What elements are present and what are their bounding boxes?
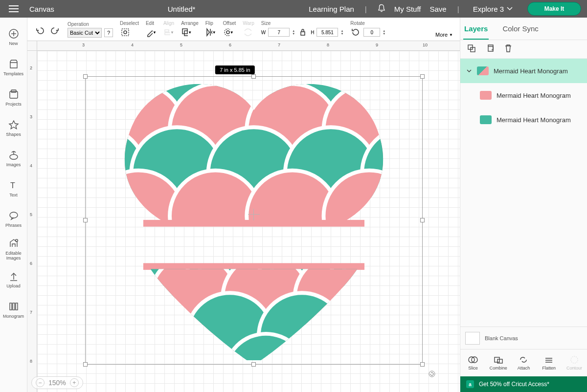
svg-rect-18: [122, 29, 129, 36]
layer-swatch: [480, 91, 492, 100]
width-input[interactable]: [268, 28, 290, 37]
rail-label: Images: [6, 162, 21, 167]
blank-canvas-label: Blank Canvas: [485, 335, 518, 341]
svg-point-56: [429, 371, 435, 377]
rail-text[interactable]: T Text: [0, 174, 27, 203]
offset-button[interactable]: ▼: [223, 27, 234, 38]
dimension-badge: 7 in x 5.85 in: [215, 65, 254, 74]
delete-icon[interactable]: [504, 44, 512, 55]
lock-aspect-icon[interactable]: [297, 27, 308, 38]
rail-upload[interactable]: Upload: [0, 265, 27, 294]
left-tool-rail: New Templates Projects Shapes Images T T…: [0, 18, 27, 392]
rail-shapes[interactable]: Shapes: [0, 113, 27, 143]
rail-monogram[interactable]: Monogram: [0, 295, 27, 325]
resize-handle[interactable]: [420, 74, 425, 79]
svg-rect-16: [13, 303, 15, 310]
height-input[interactable]: [316, 28, 338, 37]
svg-point-42: [86, 171, 107, 262]
operation-select[interactable]: Basic Cut: [68, 28, 102, 38]
resize-handle[interactable]: [83, 362, 88, 367]
rail-phrases[interactable]: Phrases: [0, 204, 27, 234]
more-button[interactable]: More▼: [435, 32, 453, 38]
rail-editable-images[interactable]: Editable Images: [0, 235, 27, 264]
svg-point-25: [226, 31, 229, 34]
notifications-icon[interactable]: [378, 4, 385, 14]
undo-button[interactable]: [34, 25, 45, 36]
my-stuff-link[interactable]: My Stuff: [394, 5, 421, 13]
blank-canvas-row[interactable]: Blank Canvas: [460, 327, 587, 349]
svg-rect-15: [10, 303, 12, 310]
separator: |: [455, 5, 461, 13]
width-stepper[interactable]: ▲▼: [292, 29, 295, 35]
rotate-stepper[interactable]: ▲▼: [383, 29, 385, 35]
arrange-button[interactable]: ▼: [181, 27, 192, 38]
zoom-control[interactable]: − 150% +: [31, 376, 83, 389]
tab-layers[interactable]: Layers: [463, 19, 489, 40]
layer-row[interactable]: Mermaid Heart Monogram: [460, 59, 587, 83]
rail-label: Monogram: [3, 314, 24, 319]
action-flatten[interactable]: Flatten: [537, 355, 561, 370]
height-stepper[interactable]: ▲▼: [340, 29, 343, 35]
selection-box[interactable]: [85, 76, 423, 365]
edit-label: Edit: [146, 21, 157, 26]
rail-new[interactable]: New: [0, 22, 27, 52]
rotate-group: Rotate ▲▼: [350, 21, 385, 38]
layer-row[interactable]: Mermaid Heart Monogram: [460, 83, 587, 108]
action-contour: Contour: [563, 355, 586, 370]
rail-label: Templates: [3, 71, 23, 76]
canvas-area[interactable]: 3 4 5 6 7 8 9 10 2 3 4 5 6 7 8 7 in x 5.…: [27, 41, 460, 392]
promo-banner[interactable]: a Get 50% off Cricut Access*: [460, 376, 587, 392]
app-header: Canvas Untitled* Learning Plan | My Stuf…: [0, 0, 587, 18]
svg-point-49: [331, 216, 417, 303]
promo-text: Get 50% off Cricut Access*: [479, 381, 549, 388]
layer-tools: [460, 40, 587, 59]
menu-button[interactable]: [0, 5, 27, 13]
resize-handle[interactable]: [420, 218, 425, 222]
rail-label: Projects: [5, 102, 22, 107]
chevron-down-icon: [507, 7, 513, 11]
learning-plan-link[interactable]: Learning Plan: [309, 5, 354, 13]
resize-handle[interactable]: [420, 362, 425, 367]
svg-rect-20: [165, 30, 169, 32]
resize-handle[interactable]: [251, 362, 256, 367]
group-icon[interactable]: [467, 44, 476, 55]
save-button[interactable]: Save: [430, 5, 447, 13]
flip-button[interactable]: ▼: [205, 27, 216, 38]
action-attach[interactable]: Attach: [512, 355, 535, 370]
rail-templates[interactable]: Templates: [0, 53, 27, 82]
resize-handle[interactable]: [83, 218, 88, 222]
more-label: More: [435, 32, 448, 38]
operation-help[interactable]: ?: [104, 28, 113, 37]
machine-selector[interactable]: Explore 3: [473, 5, 513, 13]
rotate-handle[interactable]: [428, 370, 436, 378]
make-it-button[interactable]: Make It: [527, 2, 581, 16]
zoom-in-button[interactable]: +: [70, 378, 79, 387]
layer-row[interactable]: Mermaid Heart Monogram: [460, 108, 587, 132]
separator: |: [363, 5, 369, 13]
tab-color-sync[interactable]: Color Sync: [501, 19, 539, 39]
project-title[interactable]: Untitled*: [54, 5, 309, 13]
rail-projects[interactable]: Projects: [0, 83, 27, 112]
rotate-icon[interactable]: [350, 27, 361, 38]
rotate-input[interactable]: [363, 28, 380, 37]
offset-label: Offset: [223, 21, 236, 26]
duplicate-icon[interactable]: [486, 44, 495, 55]
center-crosshair: [248, 209, 260, 220]
chevron-down-icon[interactable]: [466, 68, 472, 74]
ruler-vertical: 2 3 4 5 6 7 8: [27, 51, 37, 392]
svg-rect-63: [497, 359, 502, 363]
resize-handle[interactable]: [83, 74, 88, 79]
machine-name: Explore 3: [473, 5, 504, 13]
redo-button[interactable]: [50, 25, 61, 36]
action-combine[interactable]: Combine: [487, 355, 510, 370]
zoom-out-button[interactable]: −: [36, 378, 45, 387]
ruler-horizontal: 3 4 5 6 7 8 9 10: [37, 41, 460, 51]
resize-handle[interactable]: [251, 74, 256, 79]
canvas-color-swatch[interactable]: [465, 332, 480, 345]
deselect-button[interactable]: [120, 27, 131, 38]
rail-images[interactable]: Images: [0, 144, 27, 173]
rail-label: Editable Images: [0, 251, 27, 261]
action-slice[interactable]: Slice: [461, 355, 485, 370]
access-icon: a: [466, 380, 474, 388]
edit-button[interactable]: ▼: [146, 27, 157, 38]
